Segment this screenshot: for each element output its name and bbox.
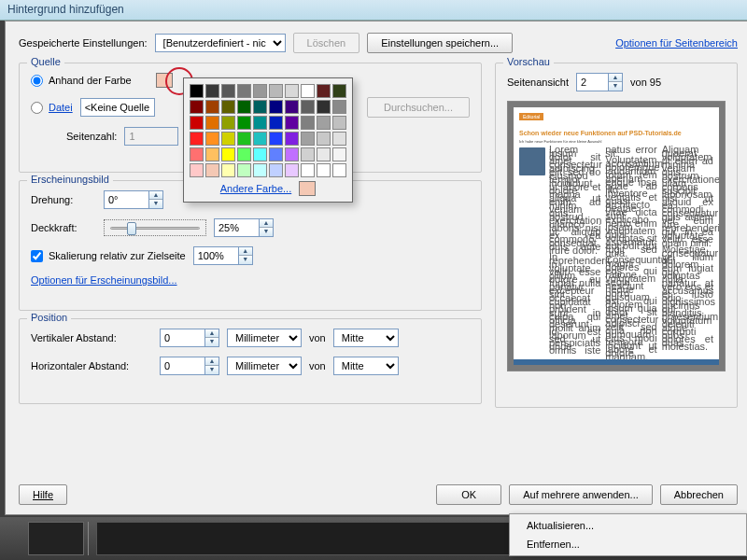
hdist-spinner[interactable]: ▲▼ bbox=[160, 357, 219, 375]
palette-cell[interactable] bbox=[285, 147, 299, 161]
palette-cell[interactable] bbox=[332, 163, 346, 177]
page-count-label: Seitenzahl: bbox=[66, 131, 117, 142]
palette-cell[interactable] bbox=[190, 132, 204, 146]
taskbar-strip bbox=[96, 522, 563, 555]
from-label-2: von bbox=[309, 360, 326, 371]
palette-cell[interactable] bbox=[237, 147, 251, 161]
palette-cell[interactable] bbox=[285, 116, 299, 130]
palette-cell[interactable] bbox=[269, 84, 283, 98]
palette-cell[interactable] bbox=[190, 100, 204, 114]
palette-cell[interactable] bbox=[301, 100, 315, 114]
ctx-remove[interactable]: Entfernen... bbox=[510, 535, 746, 553]
vdist-spinner[interactable]: ▲▼ bbox=[160, 329, 219, 347]
palette-cell[interactable] bbox=[237, 100, 251, 114]
pageview-spinner[interactable]: ▲▼ bbox=[576, 73, 623, 91]
palette-cell[interactable] bbox=[190, 163, 204, 177]
palette-cell[interactable] bbox=[317, 84, 331, 98]
scale-relative-spinner[interactable]: ▲▼ bbox=[193, 246, 253, 265]
palette-cell[interactable] bbox=[237, 116, 251, 130]
color-palette-popup[interactable]: Andere Farbe... bbox=[183, 77, 353, 203]
palette-cell[interactable] bbox=[332, 147, 346, 161]
vdist-label: Vertikaler Abstand: bbox=[31, 332, 152, 343]
palette-cell[interactable] bbox=[285, 100, 299, 114]
help-button[interactable]: Hilfe bbox=[19, 484, 67, 505]
palette-cell[interactable] bbox=[221, 100, 235, 114]
palette-cell[interactable] bbox=[269, 163, 283, 177]
palette-cell[interactable] bbox=[205, 147, 219, 161]
palette-cell[interactable] bbox=[269, 132, 283, 146]
color-swatch[interactable] bbox=[156, 73, 173, 88]
context-menu[interactable]: Aktualisieren... Entfernen... bbox=[509, 513, 747, 556]
palette-cell[interactable] bbox=[332, 100, 346, 114]
palette-cell[interactable] bbox=[221, 116, 235, 130]
preview-page: Editorial Schon wieder neue Funktionen a… bbox=[514, 107, 719, 365]
palette-cell[interactable] bbox=[190, 84, 204, 98]
palette-cell[interactable] bbox=[332, 132, 346, 146]
palette-cell[interactable] bbox=[253, 147, 267, 161]
opacity-slider[interactable] bbox=[104, 219, 206, 236]
palette-cell[interactable] bbox=[301, 163, 315, 177]
palette-cell[interactable] bbox=[253, 132, 267, 146]
opacity-label: Deckkraft: bbox=[31, 222, 96, 233]
palette-cell[interactable] bbox=[205, 116, 219, 130]
palette-cell[interactable] bbox=[301, 147, 315, 161]
cancel-button[interactable]: Abbrechen bbox=[660, 484, 738, 505]
palette-cell[interactable] bbox=[317, 132, 331, 146]
palette-cell[interactable] bbox=[205, 163, 219, 177]
palette-cell[interactable] bbox=[332, 84, 346, 98]
palette-cell[interactable] bbox=[317, 116, 331, 130]
palette-cell[interactable] bbox=[269, 100, 283, 114]
palette-cell[interactable] bbox=[221, 147, 235, 161]
saved-settings-select[interactable]: [Benutzerdefiniert - nicht gespeichert] bbox=[155, 34, 286, 52]
palette-cell[interactable] bbox=[269, 147, 283, 161]
pageview-total: von 95 bbox=[630, 77, 661, 88]
palette-cell[interactable] bbox=[285, 163, 299, 177]
vdist-unit-select[interactable]: Millimeter bbox=[227, 329, 302, 347]
hdist-unit-select[interactable]: Millimeter bbox=[227, 357, 302, 375]
palette-cell[interactable] bbox=[269, 116, 283, 130]
palette-cell[interactable] bbox=[205, 132, 219, 146]
palette-cell[interactable] bbox=[301, 84, 315, 98]
palette-cell[interactable] bbox=[317, 147, 331, 161]
apply-multiple-button[interactable]: Auf mehrere anwenden... bbox=[509, 484, 653, 505]
save-settings-button[interactable]: Einstellungen speichern... bbox=[367, 33, 513, 53]
ok-button[interactable]: OK bbox=[436, 484, 501, 505]
taskbar-thumb[interactable] bbox=[28, 522, 84, 555]
palette-cell[interactable] bbox=[237, 132, 251, 146]
palette-cell[interactable] bbox=[253, 116, 267, 130]
palette-cell[interactable] bbox=[221, 163, 235, 177]
radio-by-color[interactable]: Anhand der Farbe bbox=[31, 75, 132, 87]
source-title: Quelle bbox=[27, 56, 64, 67]
palette-cell[interactable] bbox=[332, 116, 346, 130]
radio-file[interactable]: Datei bbox=[31, 102, 73, 114]
vdist-anchor-select[interactable]: Mitte bbox=[333, 329, 399, 347]
palette-cell[interactable] bbox=[253, 163, 267, 177]
palette-cell[interactable] bbox=[253, 84, 267, 98]
other-color-link[interactable]: Andere Farbe... bbox=[220, 183, 291, 194]
palette-cell[interactable] bbox=[285, 132, 299, 146]
palette-cell[interactable] bbox=[317, 100, 331, 114]
palette-cell[interactable] bbox=[253, 100, 267, 114]
ctx-refresh[interactable]: Aktualisieren... bbox=[510, 516, 746, 535]
opacity-spinner[interactable]: ▲▼ bbox=[214, 218, 274, 237]
hdist-anchor-select[interactable]: Mitte bbox=[333, 357, 399, 375]
palette-cell[interactable] bbox=[221, 84, 235, 98]
file-path-input[interactable] bbox=[80, 98, 155, 117]
palette-cell[interactable] bbox=[190, 116, 204, 130]
palette-cell[interactable] bbox=[301, 132, 315, 146]
palette-cell[interactable] bbox=[237, 84, 251, 98]
rotation-label: Drehung: bbox=[31, 194, 96, 205]
page-range-options-link[interactable]: Optionen für Seitenbereich bbox=[615, 37, 738, 49]
palette-cell[interactable] bbox=[285, 84, 299, 98]
scale-relative-checkbox[interactable]: Skalierung relativ zur Zielseite bbox=[31, 250, 186, 262]
palette-cell[interactable] bbox=[237, 163, 251, 177]
palette-cell[interactable] bbox=[205, 84, 219, 98]
palette-cell[interactable] bbox=[190, 147, 204, 161]
palette-cell[interactable] bbox=[317, 163, 331, 177]
browse-button: Durchsuchen... bbox=[367, 97, 470, 118]
palette-cell[interactable] bbox=[205, 100, 219, 114]
palette-cell[interactable] bbox=[301, 116, 315, 130]
appearance-options-link[interactable]: Optionen für Erscheinungsbild... bbox=[31, 274, 177, 286]
palette-cell[interactable] bbox=[221, 132, 235, 146]
rotation-spinner[interactable]: ▲▼ bbox=[104, 190, 163, 209]
